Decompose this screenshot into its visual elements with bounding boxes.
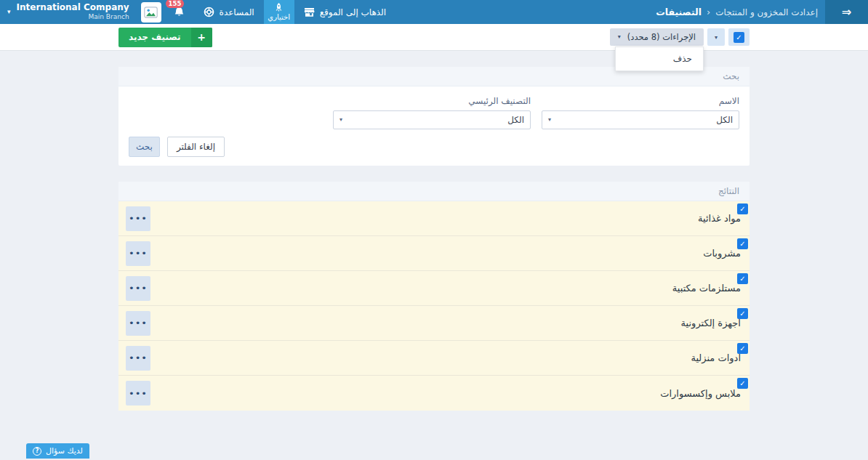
image-icon <box>144 7 158 18</box>
clear-filter-button[interactable]: إلغاء الفلتر <box>167 137 225 157</box>
new-category-button[interactable]: + تصنيف جديد <box>118 28 212 47</box>
go-to-site-button[interactable]: الذهاب إلى الموقع <box>294 0 395 24</box>
field-name: الاسم الكل ▾ <box>542 96 739 129</box>
question-button-label: لديك سؤال <box>46 446 83 456</box>
field-name-label: الاسم <box>542 96 739 106</box>
actions-dropdown-button[interactable]: الإجراءات (8 محدد) ▾ <box>610 28 704 46</box>
branch-name: Main Branch <box>17 13 129 20</box>
chevron-down-icon: ▾ <box>618 34 621 40</box>
actions-group: ✓ ▾ الإجراءات (8 محدد) ▾ حذف <box>610 28 750 46</box>
company-logo[interactable] <box>141 2 161 23</box>
row-actions-button[interactable]: ••• <box>126 241 150 266</box>
row-checkbox[interactable]: ✓ <box>737 343 748 354</box>
category-row: ✓ أجهزة إلكترونية ••• <box>118 306 750 341</box>
trial-tab-label: اختياري <box>268 13 290 21</box>
chevron-down-icon: ▾ <box>548 117 551 123</box>
parent-category-select[interactable]: الكل ▾ <box>333 110 531 129</box>
notifications-button[interactable]: 155 <box>164 0 194 24</box>
name-select[interactable]: الكل ▾ <box>542 110 739 129</box>
results-panel-title: النتائج <box>118 182 750 201</box>
category-row-label: مواد غذائية <box>698 213 741 224</box>
row-actions-button[interactable]: ••• <box>126 276 150 301</box>
category-row-label: ملابس وإكسسوارات <box>660 388 741 399</box>
select-all-checkbox[interactable]: ✓ <box>734 32 744 43</box>
trial-tab[interactable]: اختياري <box>264 0 294 24</box>
name-select-value: الكل <box>716 115 733 125</box>
row-checkbox[interactable]: ✓ <box>737 203 748 214</box>
breadcrumb: إعدادت المخزون و المنتجات ‹ التصنيفات <box>648 7 825 17</box>
storefront-icon <box>304 7 315 17</box>
topbar: ⇒ إعدادت المخزون و المنتجات ‹ التصنيفات … <box>0 0 868 24</box>
actions-caret-button[interactable]: ▾ <box>707 28 725 46</box>
notification-badge: 155 <box>166 0 185 8</box>
help-button[interactable]: المساعدة <box>194 0 264 24</box>
sidebar-toggle-button[interactable]: ⇒ <box>825 0 868 24</box>
breadcrumb-chevron-icon: ‹ <box>707 7 710 17</box>
select-all-tile[interactable]: ✓ <box>728 28 750 46</box>
screen: ⇒ إعدادت المخزون و المنتجات ‹ التصنيفات … <box>0 0 868 460</box>
question-button[interactable]: لديك سؤال ? <box>26 443 89 459</box>
row-checkbox[interactable]: ✓ <box>737 378 748 389</box>
field-parent-category: التصنيف الرئيسي الكل ▾ <box>333 96 531 129</box>
actions-dropdown-wrap: الإجراءات (8 محدد) ▾ حذف <box>610 28 704 46</box>
chevron-down-icon: ▾ <box>715 34 718 41</box>
breadcrumb-parent-link[interactable]: إعدادت المخزون و المنتجات <box>715 7 818 17</box>
search-button[interactable]: بحث <box>129 137 160 157</box>
actions-dropdown-label: الإجراءات (8 محدد) <box>627 32 696 42</box>
category-row-label: أجهزة إلكترونية <box>681 318 741 328</box>
category-row-label: مشروبات <box>703 248 741 259</box>
menu-item-delete[interactable]: حذف <box>616 47 703 70</box>
life-ring-icon <box>204 7 214 17</box>
go-to-site-label: الذهاب إلى الموقع <box>320 7 386 17</box>
category-row: ✓ مشروبات ••• <box>118 236 750 271</box>
breadcrumb-current: التصنيفات <box>656 7 702 17</box>
category-row: ✓ ملابس وإكسسوارات ••• <box>118 376 750 411</box>
row-checkbox[interactable]: ✓ <box>737 238 748 249</box>
row-actions-button[interactable]: ••• <box>126 381 150 405</box>
row-checkbox[interactable]: ✓ <box>737 308 748 319</box>
search-panel: بحث الاسم الكل ▾ التصنيف الرئيسي الكل <box>118 67 750 166</box>
row-actions-button[interactable]: ••• <box>126 206 150 231</box>
question-mark-icon: ? <box>33 447 41 456</box>
search-panel-body: الاسم الكل ▾ التصنيف الرئيسي الكل ▾ <box>118 86 750 166</box>
row-checkbox[interactable]: ✓ <box>737 273 748 284</box>
results-panel: النتائج ✓ مواد غذائية ••• ✓ مشروبات ••• … <box>118 182 750 411</box>
sidebar-toggle-arrow-icon: ⇒ <box>842 5 851 19</box>
rocket-icon <box>275 3 283 12</box>
company-name: International Company <box>17 3 129 13</box>
toolbar: ✓ ▾ الإجراءات (8 محدد) ▾ حذف + تصني <box>0 24 868 51</box>
actions-menu: حذف <box>615 47 704 71</box>
new-category-label: تصنيف جديد <box>118 32 191 42</box>
category-row-label: أدوات منزلية <box>691 352 741 363</box>
plus-icon: + <box>191 28 212 47</box>
content-area: بحث الاسم الكل ▾ التصنيف الرئيسي الكل <box>0 51 868 411</box>
row-actions-button[interactable]: ••• <box>126 346 150 371</box>
field-parent-category-label: التصنيف الرئيسي <box>333 96 531 106</box>
company-menu[interactable]: International Company Main Branch ▾ <box>0 3 137 20</box>
company-texts: International Company Main Branch <box>17 3 129 20</box>
parent-category-select-value: الكل <box>507 115 524 125</box>
category-row: ✓ مواد غذائية ••• <box>118 201 750 236</box>
help-label: المساعدة <box>220 7 254 17</box>
chevron-down-icon: ▾ <box>339 117 342 123</box>
category-row: ✓ أدوات منزلية ••• <box>118 341 750 376</box>
chevron-down-icon: ▾ <box>7 9 11 15</box>
category-row: ✓ مستلزمات مكتبية ••• <box>118 271 750 306</box>
row-actions-button[interactable]: ••• <box>126 311 150 336</box>
category-row-label: مستلزمات مكتبية <box>672 283 741 294</box>
